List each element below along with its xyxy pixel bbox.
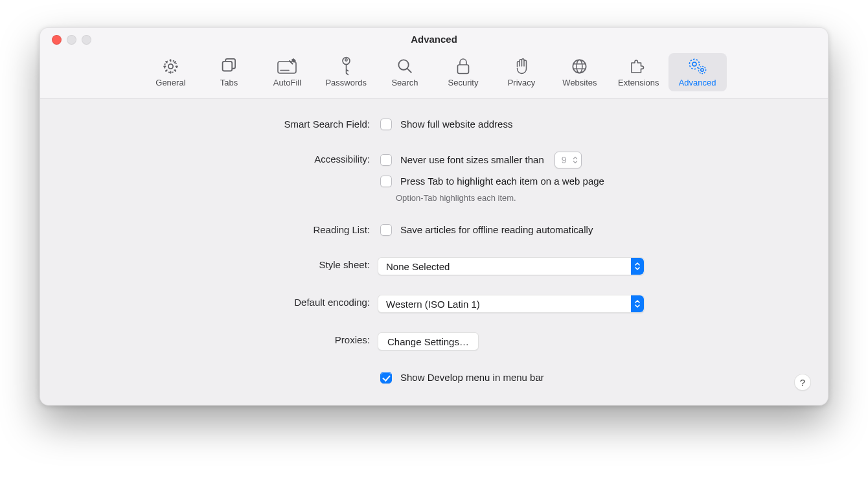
default-encoding-value: Western (ISO Latin 1) bbox=[378, 299, 631, 310]
tab-websites[interactable]: Websites bbox=[551, 53, 609, 91]
svg-point-11 bbox=[689, 59, 699, 69]
min-font-size-stepper[interactable]: 9 bbox=[554, 152, 582, 168]
tab-label: Advanced bbox=[679, 78, 716, 87]
titlebar: Advanced bbox=[40, 28, 828, 51]
style-sheet-label: Style sheet: bbox=[56, 257, 370, 270]
close-window-button[interactable] bbox=[52, 35, 62, 45]
svg-rect-2 bbox=[223, 61, 233, 71]
tab-tabs[interactable]: Tabs bbox=[200, 53, 258, 91]
question-mark-icon: ? bbox=[800, 377, 805, 388]
min-font-label: Never use font sizes smaller than bbox=[400, 153, 544, 167]
minimize-window-button[interactable] bbox=[67, 35, 76, 45]
show-develop-menu-label: Show Develop menu in menu bar bbox=[400, 371, 544, 385]
svg-point-12 bbox=[700, 69, 703, 71]
min-font-size-value: 9 bbox=[555, 153, 569, 167]
reading-list-label: Reading List: bbox=[56, 222, 370, 235]
show-full-address-label: Show full website address bbox=[400, 117, 512, 132]
chevrons-icon bbox=[631, 258, 644, 275]
tab-label: Extensions bbox=[618, 78, 659, 87]
chevrons-icon bbox=[569, 152, 581, 168]
style-sheet-value: None Selected bbox=[378, 261, 631, 272]
gear-icon bbox=[162, 57, 179, 75]
min-font-checkbox[interactable] bbox=[380, 154, 392, 166]
tab-label: Tabs bbox=[220, 78, 238, 87]
autofill-icon bbox=[277, 57, 297, 75]
default-encoding-popup[interactable]: Western (ISO Latin 1) bbox=[378, 295, 645, 313]
tab-label: General bbox=[155, 78, 185, 87]
tab-label: Search bbox=[391, 78, 418, 87]
svg-point-8 bbox=[573, 60, 586, 73]
tab-passwords[interactable]: Passwords bbox=[316, 53, 376, 91]
change-proxy-settings-button[interactable]: Change Settings… bbox=[378, 332, 479, 350]
svg-point-9 bbox=[577, 60, 582, 73]
svg-point-5 bbox=[345, 59, 347, 61]
default-encoding-label: Default encoding: bbox=[56, 295, 370, 308]
proxies-label: Proxies: bbox=[56, 332, 370, 345]
tab-label: AutoFill bbox=[273, 78, 301, 87]
tab-label: Websites bbox=[562, 78, 597, 87]
svg-point-13 bbox=[698, 66, 705, 73]
tab-privacy[interactable]: Privacy bbox=[492, 53, 551, 91]
svg-rect-7 bbox=[457, 65, 468, 74]
tab-label: Security bbox=[448, 78, 479, 87]
preferences-window: Advanced General Tabs bbox=[40, 27, 828, 406]
smart-search-label: Smart Search Field: bbox=[56, 117, 370, 130]
zoom-window-button[interactable] bbox=[82, 35, 91, 45]
hand-icon bbox=[514, 57, 529, 75]
tab-highlight-hint: Option-Tab highlights each item. bbox=[396, 193, 604, 203]
style-sheet-popup[interactable]: None Selected bbox=[378, 257, 645, 275]
advanced-pane: Smart Search Field: Show full website ad… bbox=[40, 98, 828, 405]
tab-search[interactable]: Search bbox=[376, 53, 434, 91]
tabs-icon bbox=[220, 57, 238, 75]
change-proxy-settings-label: Change Settings… bbox=[387, 336, 469, 347]
tab-highlight-checkbox[interactable] bbox=[380, 176, 392, 187]
window-title: Advanced bbox=[411, 34, 457, 45]
show-full-address-checkbox[interactable] bbox=[380, 119, 392, 130]
search-icon bbox=[396, 57, 413, 75]
tab-security[interactable]: Security bbox=[434, 53, 492, 91]
svg-rect-3 bbox=[278, 62, 296, 73]
offline-reading-label: Save articles for offline reading automa… bbox=[400, 223, 593, 237]
window-traffic-lights bbox=[52, 35, 91, 45]
help-button[interactable]: ? bbox=[794, 374, 811, 391]
preferences-toolbar: General Tabs A bbox=[40, 51, 828, 98]
svg-point-0 bbox=[168, 63, 173, 68]
offline-reading-checkbox[interactable] bbox=[380, 224, 392, 236]
accessibility-label: Accessibility: bbox=[56, 152, 370, 165]
tab-highlight-label: Press Tab to highlight each item on a we… bbox=[400, 174, 604, 189]
globe-icon bbox=[571, 57, 588, 75]
show-develop-menu-checkbox[interactable] bbox=[380, 372, 392, 384]
svg-point-10 bbox=[692, 62, 696, 66]
tab-general[interactable]: General bbox=[141, 53, 200, 91]
double-gear-icon bbox=[687, 57, 709, 75]
tab-extensions[interactable]: Extensions bbox=[609, 53, 668, 91]
tab-label: Privacy bbox=[508, 78, 536, 87]
chevrons-icon bbox=[631, 295, 644, 312]
tab-label: Passwords bbox=[325, 78, 367, 87]
puzzle-icon bbox=[629, 57, 648, 75]
lock-icon bbox=[456, 57, 470, 75]
tab-advanced[interactable]: Advanced bbox=[668, 53, 727, 91]
key-icon bbox=[340, 57, 352, 75]
tab-autofill[interactable]: AutoFill bbox=[258, 53, 316, 91]
